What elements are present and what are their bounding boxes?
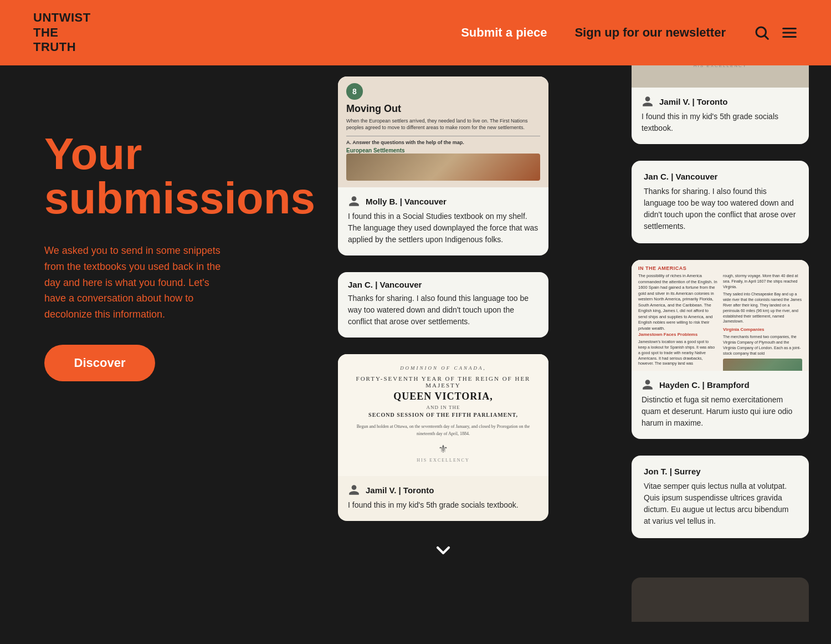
submit-link[interactable]: Submit a piece bbox=[461, 25, 547, 40]
page-subtitle: We asked you to send in some snippets fr… bbox=[44, 243, 233, 323]
tp2-text-2: Jamestown's location was a good spot to … bbox=[638, 339, 717, 366]
menu-button[interactable] bbox=[781, 24, 798, 41]
page-title: Your submissions bbox=[44, 132, 233, 221]
discover-button[interactable]: Discover bbox=[44, 345, 155, 381]
doc-and: AND IN THE bbox=[352, 405, 535, 410]
doc-sub: DOMINION OF CANADA, bbox=[352, 365, 535, 371]
search-icon bbox=[753, 24, 770, 41]
chapter-label: European Settlements bbox=[346, 147, 540, 154]
newsletter-link[interactable]: Sign up for our newsletter bbox=[574, 25, 726, 40]
doc-year: FORTY-SEVENTH YEAR OF THE REIGN OF HER M… bbox=[352, 375, 535, 389]
right-image-card: In the Americas The possibility of riche… bbox=[632, 260, 809, 439]
chapter-question: A. Answer the questions with the help of… bbox=[346, 136, 540, 145]
tp2-col-2-title: Virginia Companies bbox=[723, 326, 802, 333]
tp2-columns: The possibility of riches in America com… bbox=[638, 273, 802, 371]
submission-card-1-reply: Jan C. | Vancouver Thanks for sharing. I… bbox=[338, 272, 548, 338]
card-3-image: DOMINION OF CANADA, FORTY-SEVENTH YEAR O… bbox=[338, 354, 548, 476]
right-top-excellence: HIS EXCELLENCY bbox=[694, 65, 747, 68]
tp2-landscape-image bbox=[723, 359, 802, 371]
site-header: UNTWIST THE TRUTH Submit a piece Sign up… bbox=[0, 0, 831, 65]
right-reply-card-2: Jon T. | Surrey Vitae semper quis lectus… bbox=[632, 456, 809, 538]
tp2-col-1: The possibility of riches in America com… bbox=[638, 273, 717, 371]
tp2-text-1: The possibility of riches in America com… bbox=[638, 273, 717, 331]
doc-queen: QUEEN VICTORIA, bbox=[352, 391, 535, 402]
bottom-right-partial-card bbox=[632, 577, 809, 622]
tp2-col-2: rough, stormy voyage. More than 40 died … bbox=[723, 273, 802, 371]
right-reply-comment: Thanks for sharing. I also found this la… bbox=[644, 186, 797, 232]
submission-card-1: 8 Moving Out When the European settlers … bbox=[338, 76, 548, 255]
chapter-title: Moving Out bbox=[346, 103, 540, 115]
tp2-col-1-title: Jamestown Faces Problems bbox=[638, 331, 717, 338]
site-logo[interactable]: UNTWIST THE TRUTH bbox=[33, 11, 91, 54]
main-content: Your submissions We asked you to send in… bbox=[0, 65, 831, 644]
card-1-reply-user: Jan C. | Vancouver bbox=[338, 272, 548, 293]
submission-card-3: DOMINION OF CANADA, FORTY-SEVENTH YEAR O… bbox=[338, 354, 548, 521]
right-top-user: Jamil V. | Toronto bbox=[632, 88, 809, 111]
right-image-card-comment: Distinctio et fuga sit nemo exercitation… bbox=[632, 394, 809, 439]
left-panel: Your submissions We asked you to send in… bbox=[0, 65, 266, 644]
card-1-image: 8 Moving Out When the European settlers … bbox=[338, 76, 548, 187]
right-image-card-image: In the Americas The possibility of riche… bbox=[632, 260, 809, 371]
chapter-body: When the European settlers arrived, they… bbox=[346, 117, 540, 131]
right-top-comment: I found this in my kid's 5th grade socia… bbox=[632, 111, 809, 144]
right-reply-user: Jan C. | Vancouver bbox=[644, 172, 797, 186]
card-1-reply-comment: Thanks for sharing. I also found this la… bbox=[338, 293, 548, 338]
right-reply-comment-2: Vitae semper quis lectus nulla at volutp… bbox=[644, 481, 797, 527]
user-avatar-icon bbox=[348, 195, 360, 207]
header-icons bbox=[753, 24, 798, 41]
chapter-map-image bbox=[346, 154, 540, 181]
doc-excellence: HIS EXCELLENCY bbox=[352, 458, 535, 463]
right-top-partial-image: HIS EXCELLENCY bbox=[632, 65, 809, 88]
chevron-down-icon bbox=[432, 539, 454, 561]
right-image-card-user: Hayden C. | Brampford bbox=[632, 371, 809, 394]
doc-body: Begun and holden at Ottawa, on the seven… bbox=[352, 423, 535, 438]
doc-session: SECOND SESSION OF THE FIFTH PARLIAMENT, bbox=[352, 412, 535, 418]
tp2-text-4: They sailed into Chesapeake Bay and up a… bbox=[723, 292, 802, 324]
right-comment-card: Jan C. | Vancouver Thanks for sharing. I… bbox=[632, 161, 809, 243]
card-3-user: Jamil V. | Toronto bbox=[338, 476, 548, 499]
search-button[interactable] bbox=[753, 24, 770, 41]
scroll-down-arrow[interactable] bbox=[432, 539, 454, 566]
chapter-number: 8 bbox=[346, 83, 363, 100]
tp2-text-5: The merchants formed two companies, the … bbox=[723, 334, 802, 356]
hamburger-icon bbox=[781, 24, 798, 41]
card-3-comment: I found this in my kid's 5th grade socia… bbox=[338, 499, 548, 521]
main-nav: Submit a piece Sign up for our newslette… bbox=[461, 24, 798, 41]
right-column: HIS EXCELLENCY Jamil V. | Toronto I foun… bbox=[620, 65, 831, 644]
tp2-header: In the Americas bbox=[638, 265, 802, 271]
right-reply-user-2: Jon T. | Surrey bbox=[644, 467, 797, 481]
svg-line-1 bbox=[765, 36, 768, 39]
doc-seal-icon: ⚜ bbox=[352, 442, 535, 456]
card-1-user: Molly B. | Vancouver bbox=[338, 187, 548, 211]
right-top-partial-card: HIS EXCELLENCY Jamil V. | Toronto I foun… bbox=[632, 65, 809, 144]
tp2-text-3: rough, stormy voyage. More than 40 died … bbox=[723, 273, 802, 289]
user-avatar-icon-3 bbox=[348, 484, 360, 496]
card-1-comment: I found this in a Social Studies textboo… bbox=[338, 211, 548, 255]
user-avatar-icon-2 bbox=[642, 379, 654, 391]
user-avatar-icon-rt bbox=[642, 95, 654, 108]
